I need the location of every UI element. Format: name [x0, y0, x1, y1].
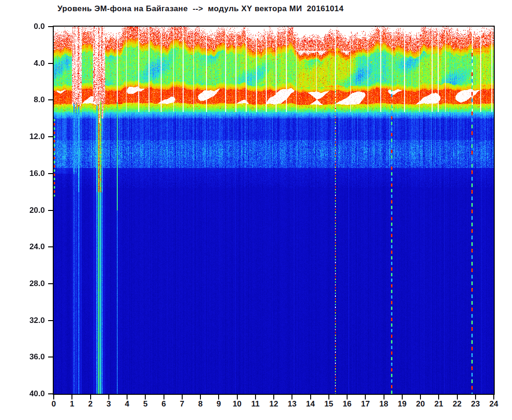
y-tick: [48, 393, 53, 394]
y-tick: [48, 283, 53, 284]
x-tick: [127, 395, 128, 399]
x-tick-label: 9: [210, 399, 227, 409]
x-tick: [71, 395, 72, 399]
y-tick: [48, 99, 53, 100]
x-tick: [53, 395, 54, 399]
x-tick: [493, 395, 494, 399]
x-tick: [108, 395, 109, 399]
x-tick: [420, 395, 421, 399]
x-tick-label: 21: [430, 399, 447, 409]
x-tick: [365, 395, 366, 399]
x-tick-label: 23: [467, 399, 484, 409]
x-tick-label: 13: [284, 399, 300, 409]
spectrogram-canvas: [54, 27, 494, 394]
x-tick-label: 7: [174, 399, 191, 409]
x-tick: [292, 395, 292, 399]
x-tick: [237, 395, 238, 399]
x-tick-label: 12: [265, 399, 282, 409]
x-tick: [90, 395, 91, 399]
x-tick: [457, 395, 458, 399]
x-tick: [145, 395, 146, 399]
x-tick: [182, 395, 183, 399]
x-tick: [438, 395, 439, 399]
x-tick-label: 18: [376, 399, 392, 409]
x-tick: [384, 395, 384, 399]
page-title: Уровень ЭМ-фона на Байгазане --> модуль …: [57, 4, 344, 14]
y-tick: [48, 210, 53, 211]
x-tick: [273, 395, 274, 399]
y-tick-label: 0.0: [7, 22, 45, 31]
x-tick-label: 19: [394, 399, 411, 409]
x-tick-label: 24: [485, 399, 502, 409]
x-tick-label: 5: [137, 399, 154, 409]
y-tick-label: 32.0: [7, 316, 45, 325]
x-tick-label: 20: [412, 399, 429, 409]
x-tick-label: 14: [302, 399, 319, 409]
x-tick: [164, 395, 164, 399]
y-tick-label: 36.0: [7, 352, 45, 362]
y-tick-label: 40.0: [7, 389, 45, 399]
y-tick: [48, 357, 53, 357]
x-tick-label: 4: [119, 399, 135, 409]
x-tick-label: 0: [45, 399, 62, 409]
x-tick: [200, 395, 201, 399]
y-tick-label: 8.0: [7, 95, 45, 105]
x-tick: [475, 395, 476, 399]
y-tick-label: 20.0: [7, 206, 45, 215]
x-tick: [218, 395, 219, 399]
y-tick-label: 24.0: [7, 242, 45, 252]
x-tick-label: 15: [320, 399, 337, 409]
y-tick: [48, 173, 53, 174]
x-tick-label: 8: [192, 399, 209, 409]
x-tick: [347, 395, 348, 399]
x-tick: [310, 395, 311, 399]
x-tick: [402, 395, 403, 399]
x-tick-label: 10: [229, 399, 246, 409]
y-tick: [48, 63, 53, 64]
x-tick-label: 2: [82, 399, 99, 409]
x-tick-label: 1: [64, 399, 80, 409]
x-tick: [255, 395, 256, 399]
plot-frame: [53, 26, 495, 395]
y-tick-label: 12.0: [7, 132, 45, 141]
x-tick-label: 17: [357, 399, 374, 409]
y-tick: [48, 26, 53, 27]
x-tick-label: 22: [449, 399, 466, 409]
x-tick-label: 11: [247, 399, 264, 409]
x-tick-label: 3: [100, 399, 117, 409]
y-tick: [48, 246, 53, 247]
y-tick-label: 16.0: [7, 169, 45, 178]
x-tick-label: 16: [339, 399, 356, 409]
y-tick: [48, 320, 53, 321]
x-tick: [328, 395, 329, 399]
y-tick-label: 28.0: [7, 279, 45, 288]
x-tick-label: 6: [156, 399, 172, 409]
y-tick-label: 4.0: [7, 59, 45, 68]
y-tick: [48, 136, 53, 137]
